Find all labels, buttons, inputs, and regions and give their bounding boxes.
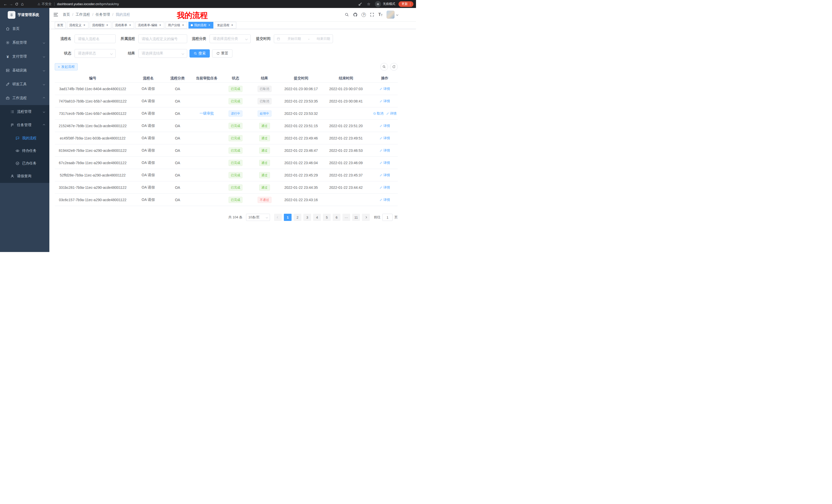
bookmark-star-icon[interactable] [366,1,371,7]
result-select[interactable]: 请选择流结果 [138,49,187,58]
tab-start-process[interactable]: 发起流程 [215,22,236,29]
browser-update-button[interactable]: 更新 [398,1,413,7]
pagination: 共 104 条 10条/页 1 2 3 4 5 6 ··· 11 前往 页 [55,214,398,221]
detail-button[interactable]: 详情 [380,99,390,104]
github-icon[interactable] [353,12,358,17]
sidebar-item-home[interactable]: 首页 [0,22,49,36]
detail-label: 详情 [390,111,397,116]
address-bar[interactable]: 不安全 dashboard.yudao.iocoder.cn /bpm/task… [37,2,119,6]
close-icon[interactable] [82,23,86,27]
help-icon[interactable] [362,12,366,17]
cancel-button[interactable]: 取消 [373,111,384,116]
current-task-link[interactable]: 一级审批 [200,111,214,115]
detail-button[interactable]: 详情 [380,185,390,190]
page-button-6[interactable]: 6 [333,214,340,221]
tab-process-model[interactable]: 流程模型 [90,22,111,29]
close-icon[interactable] [128,23,132,27]
tab-process-form[interactable]: 流程表单 [113,22,134,29]
sidebar-item-my-process[interactable]: 我的流程 [0,132,49,144]
detail-button[interactable]: 详情 [380,173,390,177]
page-size-select[interactable]: 10条/页 [246,214,270,221]
password-key-icon[interactable] [358,2,363,6]
sidebar-item-process-management[interactable]: 流程管理 [0,105,49,118]
close-icon[interactable] [181,23,185,27]
detail-button[interactable]: 详情 [380,136,390,141]
breadcrumb-task-management[interactable]: 任务管理 [96,12,110,17]
browser-reload-icon[interactable] [14,1,20,7]
start-process-button[interactable]: 发起流程 [55,63,78,71]
page-button-3[interactable]: 3 [303,214,311,221]
status-select[interactable]: 请选择状态 [75,49,116,58]
sidebar-item-leave-query[interactable]: 请假查询 [0,170,49,183]
cell-actions: 详情 [372,136,398,141]
breadcrumb-home[interactable]: 首页 [63,12,70,17]
check-circle-icon [16,161,20,165]
tab-my-process[interactable]: 我的流程 [188,22,213,29]
next-page-button[interactable] [362,214,370,221]
browser-home-icon[interactable] [20,1,25,7]
tab-home[interactable]: 首页 [55,22,66,29]
table-row: 331bc281-7b9a-11ec-a290-acde48001122 OA … [55,181,398,194]
font-size-icon[interactable] [378,12,383,17]
flag-icon [10,123,15,127]
close-icon[interactable] [230,23,234,27]
tab-user-group[interactable]: 用户分组 [165,22,187,29]
reset-button[interactable]: 重置 [212,49,232,58]
sidebar-item-workflow[interactable]: 工作流程 [0,91,49,105]
result-badge: 处理中 [258,110,271,117]
sidebar-item-infrastructure[interactable]: 基础设施 [0,63,49,77]
page-button-11[interactable]: 11 [352,214,360,221]
close-icon[interactable] [207,23,211,27]
detail-button[interactable]: 详情 [380,148,390,153]
category-select[interactable]: 请选择流程分类 [210,34,251,43]
sidebar-item-task-management[interactable]: 任务管理 [0,118,49,132]
sidebar-item-done-tasks[interactable]: 已办任务 [0,157,49,170]
fullscreen-icon[interactable] [370,12,374,17]
workflow-submenu: 流程管理 任务管理 我的流程 待办任务 已办任务 请假 [0,105,49,183]
url-path: /bpm/task/my [99,2,119,6]
browser-menu-icon[interactable] [409,2,412,6]
browser-forward-icon[interactable] [8,1,14,7]
tab-process-definition[interactable]: 流程定义 [67,22,88,29]
close-icon[interactable] [105,23,109,27]
refresh-table-button[interactable] [390,63,398,71]
more-pages-button[interactable]: ··· [342,214,350,221]
show-search-button[interactable] [380,63,388,71]
sidebar-item-payment[interactable]: ¥ 支付管理 [0,50,49,63]
hamburger-icon[interactable] [53,12,59,18]
cell-actions: 详情 [372,148,398,153]
avatar[interactable] [386,10,395,19]
sidebar-item-devtools[interactable]: 研发工具 [0,77,49,91]
cell-name: OA 请假 [131,87,166,91]
detail-button[interactable]: 详情 [380,123,390,128]
detail-button[interactable]: 详情 [380,87,390,91]
sidebar-item-system[interactable]: 系统管理 [0,36,49,50]
detail-button[interactable]: 详情 [380,198,390,202]
start-process-label: 发起流程 [61,64,75,69]
user-menu[interactable] [386,10,398,19]
date-range-picker[interactable]: 开始日期 - 结束日期 [274,34,333,43]
table-toolbar: 发起流程 [55,63,398,71]
browser-back-icon[interactable] [3,1,8,7]
detail-button[interactable]: 详情 [380,161,390,165]
chevron-down-icon [245,37,248,40]
filter-label: 所属流程 [116,36,138,41]
sidebar-item-todo-tasks[interactable]: 待办任务 [0,144,49,157]
search-icon[interactable] [344,12,349,17]
app-logo[interactable]: 芋道管理系统 [0,8,49,22]
close-icon[interactable] [158,23,162,27]
page-button-2[interactable]: 2 [294,214,301,221]
process-name-input[interactable] [75,34,116,43]
page-button-1[interactable]: 1 [284,214,291,221]
tab-process-form-edit[interactable]: 流程表单-编辑 [135,22,164,29]
detail-button[interactable]: 详情 [386,111,397,116]
cell-current-task: 一级审批 [189,111,224,116]
breadcrumb-workflow[interactable]: 工作流程 [76,12,90,17]
process-definition-input[interactable] [138,34,187,43]
page-button-5[interactable]: 5 [323,214,331,221]
search-button[interactable]: 搜索 [189,49,210,58]
page-button-4[interactable]: 4 [313,214,321,221]
prev-page-button[interactable] [274,214,282,221]
goto-page-input[interactable] [382,214,393,221]
app-title: 芋道管理系统 [18,12,39,17]
